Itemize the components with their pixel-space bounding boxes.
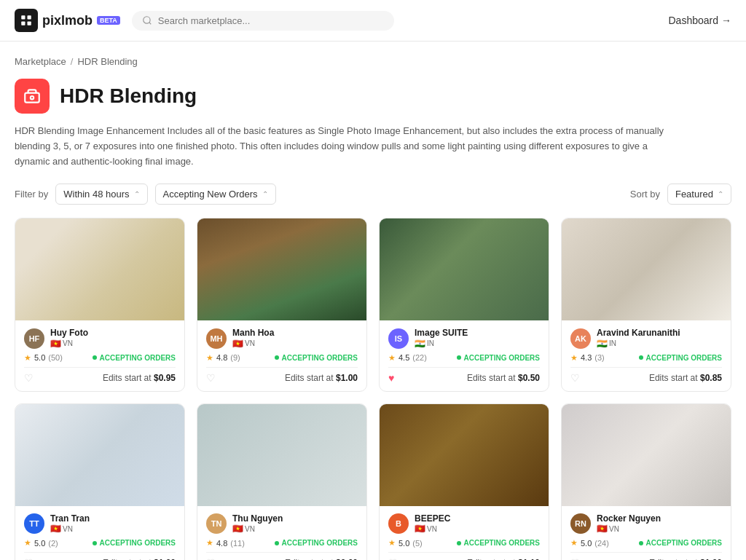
- filter-left: Filter by Within 48 hours ⌃ Accepting Ne…: [15, 184, 276, 205]
- breadcrumb: Marketplace / HDR Blending: [15, 56, 731, 67]
- card-image: [380, 218, 549, 320]
- card-provider: TN Thu Nguyen 🇻🇳 VN: [206, 513, 358, 534]
- header: pixlmob BETA Dashboard →: [0, 0, 746, 42]
- page-title-row: HDR Blending: [15, 79, 731, 114]
- favorite-button[interactable]: ♡: [570, 372, 580, 384]
- cards-grid: HF Huy Foto 🇻🇳 VN ★ 5.0 (50) ACC: [15, 218, 731, 560]
- favorite-button[interactable]: ♡: [24, 557, 34, 560]
- accepting-badge: ACCEPTING ORDERS: [93, 539, 176, 547]
- card-body: IS Image SUITE 🇮🇳 IN ★ 4.5 (22): [380, 320, 549, 390]
- card-item[interactable]: RN Rocker Nguyen 🇻🇳 VN ★ 5.0 (24): [561, 403, 731, 560]
- avatar: MH: [206, 328, 227, 349]
- card-footer: ♡ Edits start at $1.10: [388, 552, 540, 560]
- accepting-label: ACCEPTING ORDERS: [282, 539, 358, 547]
- star-icon: ★: [24, 353, 31, 363]
- country-code: VN: [63, 525, 73, 533]
- rating-left: ★ 5.0 (2): [24, 538, 58, 548]
- breadcrumb-marketplace[interactable]: Marketplace: [15, 56, 66, 67]
- avatar: AK: [570, 328, 591, 349]
- orders-filter[interactable]: Accepting New Orders ⌃: [155, 184, 276, 205]
- page-title: HDR Blending: [60, 84, 197, 108]
- sort-filter[interactable]: Featured ⌃: [667, 184, 731, 205]
- country-code: IN: [609, 339, 616, 347]
- logo-text: pixlmob: [42, 13, 93, 28]
- star-icon: ★: [206, 353, 213, 363]
- rating-left: ★ 4.8 (9): [206, 353, 240, 363]
- rating-value: 4.5: [398, 353, 409, 362]
- flag-icon: 🇻🇳: [50, 339, 61, 349]
- card-item[interactable]: IS Image SUITE 🇮🇳 IN ★ 4.5 (22): [379, 218, 549, 391]
- page-description: HDR Blending Image Enhancement Includes …: [15, 124, 670, 169]
- accepting-dot: [275, 541, 279, 545]
- card-footer: ♥ Edits start at $0.50: [388, 367, 540, 384]
- favorite-button[interactable]: ♡: [388, 557, 398, 560]
- accepting-badge: ACCEPTING ORDERS: [457, 354, 540, 362]
- accepting-label: ACCEPTING ORDERS: [282, 354, 358, 362]
- accepting-label: ACCEPTING ORDERS: [100, 354, 176, 362]
- provider-name: Tran Tran: [50, 513, 176, 524]
- rating-left: ★ 5.0 (50): [24, 353, 63, 363]
- svg-line-5: [149, 23, 152, 25]
- rating-value: 5.0: [34, 353, 45, 362]
- hours-filter-value: Within 48 hours: [63, 189, 129, 200]
- breadcrumb-current: HDR Blending: [77, 56, 137, 67]
- card-rating: ★ 5.0 (24) ACCEPTING ORDERS: [570, 538, 722, 548]
- logo[interactable]: pixlmob BETA: [15, 9, 120, 32]
- card-rating: ★ 5.0 (50) ACCEPTING ORDERS: [24, 353, 176, 363]
- card-item[interactable]: B BEEPEC 🇻🇳 VN ★ 5.0 (5) ACCEPTI: [379, 403, 549, 560]
- card-item[interactable]: AK Aravind Karunanithi 🇮🇳 IN ★ 4.3 (3): [561, 218, 731, 391]
- accepting-dot: [275, 355, 279, 360]
- flag-icon: 🇻🇳: [597, 524, 608, 534]
- price-amount: $0.85: [700, 373, 722, 383]
- favorite-button[interactable]: ♥: [388, 372, 394, 384]
- country-code: IN: [427, 339, 434, 347]
- country-code: VN: [245, 525, 255, 533]
- card-item[interactable]: HF Huy Foto 🇻🇳 VN ★ 5.0 (50) ACC: [15, 218, 185, 391]
- favorite-button[interactable]: ♡: [206, 557, 216, 560]
- rating-left: ★ 5.0 (5): [388, 538, 423, 548]
- favorite-button[interactable]: ♡: [24, 372, 34, 384]
- card-item[interactable]: MH Manh Hoa 🇻🇳 VN ★ 4.8 (9) ACCE: [197, 218, 367, 391]
- card-body: HF Huy Foto 🇻🇳 VN ★ 5.0 (50) ACC: [15, 320, 184, 390]
- card-footer: ♡ Edits start at $0.85: [570, 367, 722, 384]
- avatar: HF: [24, 328, 44, 349]
- card-item[interactable]: TN Thu Nguyen 🇻🇳 VN ★ 4.8 (11) A: [197, 403, 367, 560]
- accepting-dot: [93, 541, 97, 545]
- star-icon: ★: [388, 538, 396, 548]
- card-body: RN Rocker Nguyen 🇻🇳 VN ★ 5.0 (24): [562, 506, 731, 560]
- card-provider: HF Huy Foto 🇻🇳 VN: [24, 328, 176, 348]
- card-image: [15, 218, 184, 320]
- accepting-badge: ACCEPTING ORDERS: [639, 354, 722, 362]
- card-image: [15, 404, 184, 506]
- flag-icon: 🇻🇳: [232, 339, 243, 349]
- accepting-label: ACCEPTING ORDERS: [646, 354, 722, 362]
- country-code: VN: [63, 339, 73, 347]
- svg-rect-0: [21, 15, 25, 19]
- card-footer: ♡ Edits start at $0.95: [24, 367, 176, 384]
- accepting-badge: ACCEPTING ORDERS: [457, 539, 540, 547]
- card-footer: ♡ Edits start at $0.60: [206, 552, 358, 560]
- card-footer: ♡ Edits start at $1.00: [24, 552, 176, 560]
- rating-left: ★ 4.3 (3): [570, 353, 605, 363]
- svg-point-4: [144, 17, 150, 23]
- search-bar[interactable]: [132, 11, 394, 31]
- card-body: B BEEPEC 🇻🇳 VN ★ 5.0 (5) ACCEPTI: [380, 506, 549, 560]
- provider-info: Image SUITE 🇮🇳 IN: [415, 328, 540, 348]
- hours-filter[interactable]: Within 48 hours ⌃: [55, 184, 147, 205]
- rating-left: ★ 4.8 (11): [206, 538, 245, 548]
- accepting-badge: ACCEPTING ORDERS: [275, 354, 358, 362]
- search-input[interactable]: [158, 15, 384, 26]
- favorite-button[interactable]: ♡: [570, 557, 580, 560]
- provider-flag: 🇻🇳 VN: [232, 339, 358, 349]
- rating-value: 5.0: [581, 539, 592, 548]
- svg-point-7: [31, 96, 34, 99]
- favorite-button[interactable]: ♡: [206, 372, 216, 384]
- card-item[interactable]: TT Tran Tran 🇻🇳 VN ★ 5.0 (2) ACC: [15, 403, 185, 560]
- card-provider: TT Tran Tran 🇻🇳 VN: [24, 513, 176, 534]
- svg-rect-3: [28, 22, 31, 25]
- star-icon: ★: [206, 538, 213, 548]
- search-icon: [142, 15, 152, 25]
- review-count: (9): [230, 353, 240, 362]
- star-icon: ★: [388, 353, 396, 363]
- dashboard-link[interactable]: Dashboard →: [669, 15, 732, 26]
